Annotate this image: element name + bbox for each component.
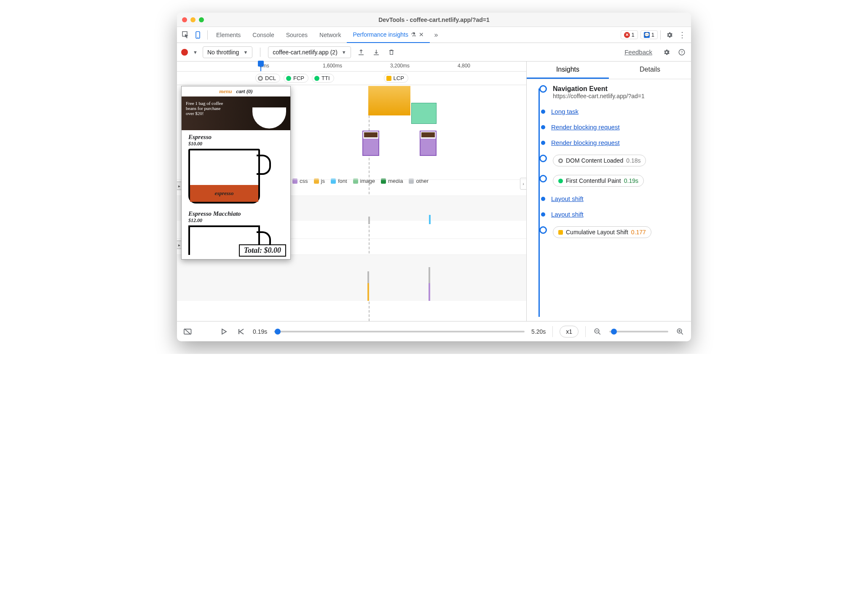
close-tab-icon[interactable]: ✕: [419, 31, 424, 38]
playback-footer: 0.19s 5.20s x1: [177, 321, 691, 341]
insight-render-blocking[interactable]: Render blocking request: [531, 139, 684, 146]
download-icon[interactable]: [371, 47, 381, 57]
nav-title: Navigation Event: [553, 85, 684, 93]
zoom-out-icon[interactable]: [592, 327, 603, 337]
tab-details[interactable]: Details: [609, 62, 691, 79]
delete-icon[interactable]: [386, 47, 396, 57]
insight-cls[interactable]: Cumulative Layout Shift 0.177: [531, 226, 684, 238]
product-name: Espresso Macchiato: [188, 210, 284, 217]
tti-marker[interactable]: TTI: [312, 74, 334, 83]
screenshot-thumb[interactable]: [420, 131, 437, 156]
mini-bar[interactable]: [429, 267, 430, 283]
errors-badge[interactable]: ✕ 1: [621, 30, 638, 39]
more-tabs-icon[interactable]: »: [430, 29, 442, 41]
insights-list[interactable]: Navigation Event https://coffee-cart.net…: [527, 79, 691, 321]
throttling-select[interactable]: No throttling ▼: [203, 46, 252, 58]
ruler-tick: 1,600ms: [323, 63, 342, 69]
zoom-knob[interactable]: [611, 329, 617, 335]
dcl-label: DOM Content Loaded: [566, 157, 623, 164]
toggle-screenshots-icon[interactable]: [183, 327, 193, 337]
record-button[interactable]: [181, 49, 188, 56]
tab-sources[interactable]: Sources: [280, 27, 313, 43]
product-price: $10.00: [188, 141, 284, 147]
screenshot-thumb[interactable]: [362, 131, 379, 156]
recording-value: coffee-cart.netlify.app (2): [273, 49, 338, 56]
tab-performance-insights[interactable]: Performance insights ⚗ ✕: [347, 27, 430, 43]
mini-bar[interactable]: [429, 215, 431, 224]
preview-product-1: Espresso $10.00 espresso: [182, 130, 290, 207]
dcl-marker[interactable]: DCL: [255, 74, 280, 83]
ruler-tick: 3,200ms: [390, 63, 410, 69]
mini-bar[interactable]: [367, 283, 369, 301]
upload-icon[interactable]: [356, 47, 366, 57]
timeline-dot-icon: [541, 125, 545, 129]
inspect-icon[interactable]: [179, 29, 192, 41]
time-ruler[interactable]: 0ms 1,600ms 3,200ms 4,800: [177, 62, 526, 72]
lcp-marker[interactable]: LCP: [384, 74, 408, 83]
cls-label: Cumulative Layout Shift: [566, 229, 628, 236]
timeline-dot-icon: [541, 110, 545, 114]
timeline-line: [538, 88, 540, 317]
timeline-panel[interactable]: 0ms 1,600ms 3,200ms 4,800 DCL FCP TTI LC…: [177, 62, 527, 321]
mug-label: espresso: [190, 185, 258, 202]
insight-fcp[interactable]: First Contentful Paint 0.19s: [531, 175, 684, 187]
titlebar: DevTools - coffee-cart.netlify.app/?ad=1: [177, 13, 691, 27]
error-icon: ✕: [624, 32, 630, 38]
mini-bar[interactable]: [429, 283, 430, 301]
zoom-in-icon[interactable]: [675, 327, 685, 337]
insight-render-blocking[interactable]: Render blocking request: [531, 123, 684, 131]
mini-bar[interactable]: [367, 271, 369, 283]
insight-navigation[interactable]: Navigation Event https://coffee-cart.net…: [531, 85, 684, 99]
toolbar: ▼ No throttling ▼ coffee-cart.netlify.ap…: [177, 43, 691, 62]
tl-block-orange[interactable]: [368, 86, 410, 115]
insights-panel: Insights Details Navigation Event https:…: [527, 62, 691, 321]
playback-speed[interactable]: x1: [560, 326, 579, 337]
track-row[interactable]: [177, 254, 526, 301]
screenshot-preview: menu cart (0) Free 1 bag of coffee beans…: [181, 86, 291, 260]
render-blocking-link[interactable]: Render blocking request: [551, 139, 620, 146]
tab-insights[interactable]: Insights: [527, 62, 609, 79]
messages-badge[interactable]: 💬 1: [640, 30, 658, 39]
render-blocking-link[interactable]: Render blocking request: [551, 123, 620, 131]
layout-shift-link[interactable]: Layout shift: [551, 211, 584, 218]
product-name: Espresso: [188, 134, 284, 141]
feedback-link[interactable]: Feedback: [624, 48, 652, 56]
kebab-menu-icon[interactable]: ⋮: [676, 29, 689, 41]
tab-console[interactable]: Console: [246, 27, 280, 43]
record-dropdown-icon[interactable]: ▼: [193, 50, 198, 55]
fcp-marker[interactable]: FCP: [284, 74, 308, 83]
mini-bar[interactable]: [368, 217, 370, 224]
play-icon[interactable]: [219, 327, 229, 337]
tab-elements[interactable]: Elements: [210, 27, 246, 43]
preview-banner: Free 1 bag of coffee beans for purchase …: [182, 96, 290, 130]
long-task-link[interactable]: Long task: [551, 108, 579, 115]
recording-select[interactable]: coffee-cart.netlify.app (2) ▼: [268, 46, 351, 58]
timeline-marker-icon: [539, 226, 547, 234]
insight-dcl[interactable]: DOM Content Loaded 0.18s: [531, 155, 684, 166]
time-start-label: 0.19s: [253, 328, 267, 335]
product-price: $12.00: [188, 217, 284, 224]
preview-total: Total: $0.00: [239, 244, 286, 257]
content-area: 0ms 1,600ms 3,200ms 4,800 DCL FCP TTI LC…: [177, 62, 691, 321]
panel-settings-icon[interactable]: [662, 47, 672, 57]
playhead[interactable]: [260, 62, 262, 71]
time-slider[interactable]: [274, 331, 525, 332]
preview-header: menu cart (0): [182, 86, 290, 96]
help-icon[interactable]: ?: [677, 47, 687, 57]
insight-long-task[interactable]: Long task: [531, 108, 684, 115]
timeline-marker-icon: [539, 155, 547, 162]
zoom-slider[interactable]: [609, 331, 668, 332]
insight-layout-shift[interactable]: Layout shift: [531, 195, 684, 202]
timeline-marker-icon: [539, 85, 547, 93]
skip-back-icon[interactable]: [236, 327, 246, 337]
slider-knob[interactable]: [275, 329, 281, 335]
errors-count: 1: [632, 32, 635, 38]
dcl-dot-icon: [558, 158, 563, 163]
insight-layout-shift[interactable]: Layout shift: [531, 211, 684, 218]
tl-block-green[interactable]: [411, 103, 437, 124]
devtools-window: DevTools - coffee-cart.netlify.app/?ad=1…: [177, 13, 691, 341]
settings-icon[interactable]: [663, 29, 676, 41]
tab-network[interactable]: Network: [313, 27, 347, 43]
device-toggle-icon[interactable]: [192, 29, 205, 41]
layout-shift-link[interactable]: Layout shift: [551, 195, 584, 202]
